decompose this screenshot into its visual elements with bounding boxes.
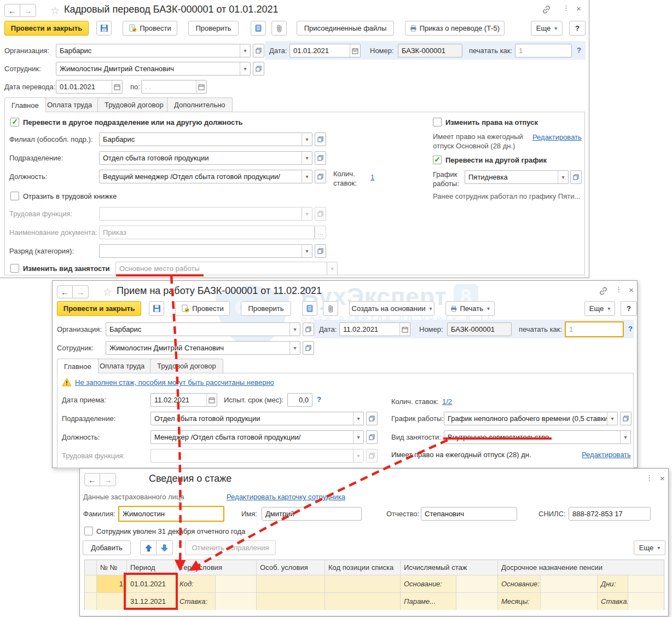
check-button[interactable]: Проверить bbox=[188, 21, 239, 36]
chevron-down-icon[interactable]: ▾ bbox=[240, 44, 250, 57]
special-conditions-cell[interactable] bbox=[257, 593, 325, 610]
number-field[interactable]: БАЗК-000001 bbox=[398, 44, 462, 57]
col-header-special[interactable]: Особ. условия bbox=[257, 560, 325, 575]
move-up-button[interactable] bbox=[140, 540, 157, 555]
department-field[interactable]: Отдел сбыта готовой продукции ▾ bbox=[99, 151, 312, 165]
department-open-button[interactable] bbox=[366, 412, 378, 425]
back-button[interactable]: ← bbox=[4, 4, 20, 17]
col-header-num[interactable]: № № bbox=[97, 560, 127, 575]
create-based-button[interactable]: Создать на основании▾ bbox=[349, 301, 435, 316]
chevron-down-icon[interactable]: ▾ bbox=[327, 262, 337, 275]
cancel-fixes-button[interactable]: Отменить исправления bbox=[185, 540, 276, 555]
workbook-checkbox-label[interactable]: Отразить в трудовой книжке bbox=[23, 192, 117, 200]
early-basis-value-cell[interactable] bbox=[541, 575, 598, 593]
schedule-checkbox[interactable]: ✓ bbox=[433, 155, 442, 164]
attached-files-button[interactable]: Присоединенные файлы bbox=[297, 21, 394, 36]
more-button[interactable]: Еще▾ bbox=[531, 21, 563, 36]
favorite-star-icon[interactable]: ☆ bbox=[103, 286, 112, 298]
list-position-cell[interactable] bbox=[325, 593, 401, 610]
attachments-icon-button[interactable] bbox=[271, 21, 287, 36]
edit-employee-card-link[interactable]: Редактировать карточку сотрудника bbox=[227, 493, 345, 501]
post-button[interactable]: Провести bbox=[123, 21, 177, 36]
position-open-button[interactable] bbox=[366, 430, 378, 444]
employee-field[interactable]: Жимолостин Дмитрий Степанович ▾ bbox=[106, 341, 300, 355]
territorial-rate-value-cell[interactable] bbox=[216, 593, 257, 610]
snils-field[interactable]: 888-872-853 17 bbox=[569, 507, 651, 521]
org-open-button[interactable] bbox=[253, 44, 264, 57]
calc-basis-value-cell[interactable] bbox=[456, 575, 498, 593]
forward-button[interactable]: → bbox=[73, 285, 89, 298]
forward-button[interactable]: → bbox=[100, 473, 116, 486]
post-button[interactable]: Провести bbox=[175, 301, 230, 316]
employee-open-button[interactable] bbox=[253, 62, 264, 76]
employment-type-field[interactable]: Основное место работы ▾ bbox=[115, 262, 338, 275]
org-field[interactable]: Барбарис ▾ bbox=[56, 44, 251, 57]
move-down-button[interactable] bbox=[157, 540, 173, 555]
col-header-select[interactable] bbox=[85, 560, 97, 575]
link-icon[interactable] bbox=[599, 286, 608, 296]
attachments-icon-button[interactable] bbox=[323, 301, 338, 316]
close-icon[interactable]: × bbox=[576, 4, 581, 13]
probation-field[interactable]: 0,0 bbox=[287, 393, 312, 407]
to-date-field[interactable]: . . bbox=[141, 80, 207, 94]
department-open-button[interactable] bbox=[315, 151, 326, 165]
chevron-down-icon[interactable]: ▾ bbox=[302, 245, 312, 257]
check-button[interactable]: Проверить bbox=[241, 301, 291, 316]
chevron-down-icon[interactable]: ▾ bbox=[620, 431, 630, 443]
period-end-cell[interactable]: 31.12.2021 bbox=[127, 593, 176, 610]
more-dots-icon[interactable]: ⋮ bbox=[615, 286, 622, 293]
experience-warning-link[interactable]: Не заполнен стаж, пособия могут быть рас… bbox=[75, 378, 274, 387]
position-field[interactable]: Ведущий менеджер /Отдел сбыта готовой пр… bbox=[99, 170, 312, 183]
forward-button[interactable]: → bbox=[20, 4, 36, 17]
table-more-button[interactable]: Еще▾ bbox=[634, 540, 665, 555]
print-as-help-link[interactable]: ? bbox=[577, 46, 581, 54]
tab-main[interactable]: Главное bbox=[4, 97, 46, 112]
employment-type-field[interactable]: Внутреннее совместительство ▾ bbox=[444, 430, 631, 444]
department-field[interactable]: Отдел сбыта готовой продукции ▾ bbox=[150, 412, 364, 425]
tab-contract[interactable]: Трудовой договор bbox=[150, 359, 223, 373]
close-icon[interactable]: × bbox=[660, 474, 665, 482]
calendar-icon[interactable] bbox=[196, 80, 206, 93]
row-select-cell[interactable] bbox=[85, 575, 97, 593]
transfer-checkbox-label[interactable]: Перевести в другое подразделение или на … bbox=[23, 118, 243, 126]
calc-param-value-cell[interactable] bbox=[456, 593, 498, 610]
vacation-rights-checkbox[interactable] bbox=[433, 118, 442, 126]
list-position-cell[interactable] bbox=[325, 575, 401, 593]
print-as-field[interactable]: 1 bbox=[515, 44, 572, 57]
chevron-down-icon[interactable]: ▾ bbox=[353, 431, 363, 443]
special-conditions-cell[interactable] bbox=[257, 575, 325, 593]
row-select-cell[interactable] bbox=[85, 593, 97, 610]
print-as-help-link[interactable]: ? bbox=[628, 325, 633, 333]
early-rate-value-cell[interactable] bbox=[628, 593, 664, 610]
calendar-icon[interactable] bbox=[350, 44, 360, 57]
save-button[interactable] bbox=[149, 301, 164, 316]
reports-button[interactable] bbox=[251, 21, 266, 36]
tab-main[interactable]: Главное bbox=[57, 359, 99, 373]
surname-field[interactable]: Жимолостин bbox=[118, 506, 224, 522]
tab-pay[interactable]: Оплата труда bbox=[92, 359, 152, 373]
col-header-period[interactable]: Период bbox=[127, 560, 176, 575]
employee-field[interactable]: Жимолостин Дмитрий Степанович ▾ bbox=[56, 62, 251, 76]
calendar-icon[interactable] bbox=[206, 394, 217, 406]
rate-count-link[interactable]: 1 bbox=[370, 173, 374, 181]
employee-open-button[interactable] bbox=[303, 341, 314, 355]
dismissed-checkbox-label[interactable]: Сотрудник уволен 31 декабря отчетного го… bbox=[96, 527, 245, 535]
schedule-open-button[interactable] bbox=[570, 170, 582, 184]
close-icon[interactable]: × bbox=[629, 286, 634, 294]
calendar-icon[interactable] bbox=[112, 80, 122, 93]
hire-date-field[interactable]: 11.02.2021 bbox=[150, 393, 217, 407]
tab-pay[interactable]: Оплата труда bbox=[40, 97, 99, 112]
row-number-cell[interactable] bbox=[97, 593, 127, 610]
link-icon[interactable] bbox=[542, 5, 551, 14]
back-button[interactable]: ← bbox=[84, 473, 100, 486]
post-and-close-button[interactable]: Провести и закрыть bbox=[57, 301, 141, 316]
transfer-order-button[interactable]: Приказ о переводе (Т-5) bbox=[405, 21, 505, 36]
more-dots-icon[interactable]: ⋮ bbox=[563, 4, 570, 11]
name-field[interactable]: Дмитрий bbox=[262, 507, 362, 521]
add-row-button[interactable]: Добавить bbox=[83, 540, 131, 555]
chevron-down-icon[interactable]: ▾ bbox=[607, 412, 617, 425]
reports-button[interactable] bbox=[302, 301, 317, 316]
grade-field[interactable]: ▾ bbox=[99, 244, 312, 258]
more-dots-icon[interactable]: ⋮ bbox=[646, 474, 653, 481]
dismissed-checkbox[interactable] bbox=[84, 527, 93, 535]
